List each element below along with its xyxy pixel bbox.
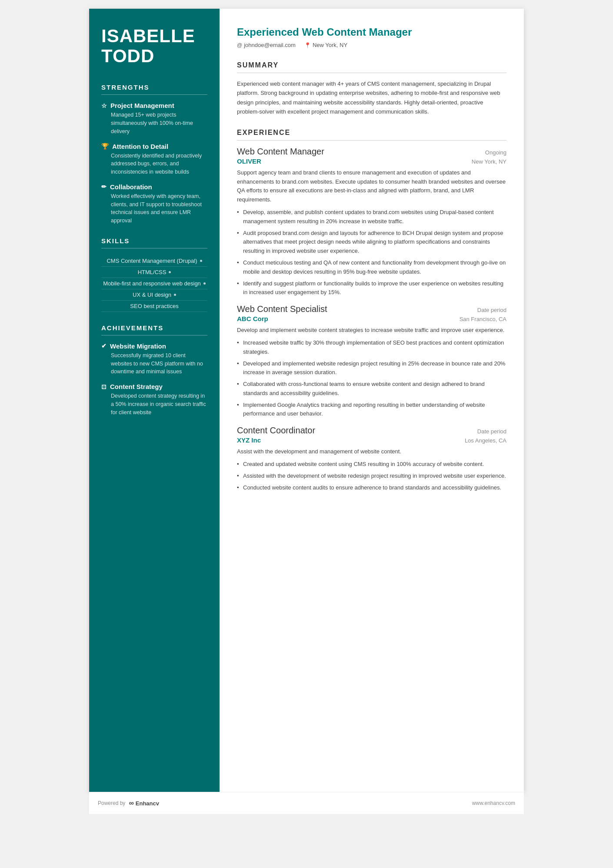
footer-url: www.enhancv.com [472,800,515,806]
job-description-1: Support agency team and brand clients to… [237,168,506,204]
powered-by-text: Powered by [98,800,125,806]
job-bullet: Conduct meticulous testing and QA of new… [237,258,506,277]
achievement-description: Successfully migrated 10 client websites… [101,352,207,376]
logo-icon: ∞ [129,799,133,807]
name-line1: ISABELLE [101,26,195,46]
skill-item: HTML/CSS [101,267,207,278]
job-header-2: Web Content Specialist Date period [237,304,506,314]
job-company-2: ABC Corp [237,315,268,322]
job-bullet: Implemented Google Analytics tracking an… [237,401,506,419]
job-header-1: Web Content Manager Ongoing [237,147,506,157]
skills-list: CMS Content Management (Drupal) HTML/CSS… [101,255,207,312]
achievement-item-migration: ✔ Website Migration Successfully migrate… [101,342,207,376]
job-header-3: Content Coordinator Date period [237,426,506,436]
job-company-1: OLIVER [237,158,261,165]
skill-label: UX & UI design [133,292,171,298]
skill-dot [203,282,206,285]
location-text: New York, NY [313,42,347,48]
achievement-description: Developed content strategy resulting in … [101,392,207,416]
skill-dot [169,271,171,273]
job-bullet: Created and updated website content usin… [237,460,506,469]
skill-label: Mobile-first and responsive web design [103,280,201,287]
job-subheader-3: XYZ Inc Los Angeles, CA [237,436,506,444]
logo-text: Enhancv [136,800,159,807]
checkmark-icon: ✔ [101,342,107,349]
strength-label: Collaboration [110,183,152,191]
job-description-3: Assist with the development and manageme… [237,447,506,456]
skills-divider [101,248,207,248]
strengths-divider [101,94,207,95]
main-content: Experienced Web Content Manager @ johndo… [220,9,524,792]
at-icon: @ [237,42,242,48]
job-company-3: XYZ Inc [237,436,261,444]
strength-label: Project Management [110,102,174,109]
job-bullet: Assisted with the development of website… [237,472,506,481]
name-line2: TODD [101,46,154,66]
job-subheader-1: OLIVER New York, NY [237,158,506,165]
experience-divider [237,140,506,141]
pencil-icon: ✏ [101,183,107,190]
resume-header: Experienced Web Content Manager @ johndo… [237,26,506,48]
skill-dot [200,260,202,262]
contact-location: 📍 New York, NY [304,42,347,48]
page-footer: Powered by ∞ Enhancv www.enhancv.com [89,792,524,814]
email-text: johndoe@email.com [244,42,296,48]
contact-email: @ johndoe@email.com [237,42,296,48]
job-period-1: Ongoing [485,149,506,156]
strength-item-collaboration: ✏ Collaboration Worked effectively with … [101,183,207,225]
job-description-2: Develop and implement website content st… [237,326,506,335]
sidebar: ISABELLE TODD STRENGTHS ☆ Project Manage… [89,9,220,792]
strength-title: ☆ Project Management [101,102,207,109]
strength-item-project-management: ☆ Project Management Managed 15+ web pro… [101,102,207,135]
skill-label: CMS Content Management (Drupal) [107,258,197,264]
job-bullet: Collaborated with cross-functional teams… [237,380,506,398]
contact-info: @ johndoe@email.com 📍 New York, NY [237,42,506,48]
skill-item: CMS Content Management (Drupal) [101,255,207,267]
strength-title: 🏆 Attention to Detail [101,143,207,150]
skill-label: SEO best practices [130,303,178,309]
achievement-title: ✔ Website Migration [101,342,207,350]
experience-section-title: EXPERIENCE [237,129,506,137]
content-strategy-icon: ⊡ [101,383,107,390]
strength-description: Managed 15+ web projects simultaneously … [101,111,207,135]
candidate-name: ISABELLE TODD [101,26,207,66]
job-bullet: Increased website traffic by 30% through… [237,338,506,357]
achievement-item-content-strategy: ⊡ Content Strategy Developed content str… [101,383,207,416]
trophy-icon: 🏆 [101,143,109,150]
job-period-3: Date period [477,428,506,435]
job-bullets-3: Created and updated website content usin… [237,460,506,492]
star-icon: ☆ [101,102,107,109]
strength-item-attention: 🏆 Attention to Detail Consistently ident… [101,143,207,176]
strength-title: ✏ Collaboration [101,183,207,191]
resume-title: Experienced Web Content Manager [237,26,506,38]
achievement-label: Content Strategy [110,383,163,390]
job-title-3: Content Coordinator [237,426,315,436]
job-title-1: Web Content Manager [237,147,324,157]
job-bullet: Develop, assemble, and publish content u… [237,208,506,226]
skill-item: UX & UI design [101,289,207,301]
job-bullets-1: Develop, assemble, and publish content u… [237,208,506,297]
strengths-section-title: STRENGTHS [101,84,207,91]
enhancv-logo: ∞ Enhancv [129,799,159,807]
skill-dot [174,294,176,296]
job-location-1: New York, NY [472,158,506,165]
achievements-section-title: ACHIEVEMENTS [101,324,207,332]
achievements-divider [101,335,207,335]
summary-section-title: SUMMARY [237,61,506,69]
location-icon: 📍 [304,42,311,48]
job-location-3: Los Angeles, CA [465,437,506,444]
strength-label: Attention to Detail [112,143,168,150]
skill-item: Mobile-first and responsive web design [101,278,207,289]
job-bullet: Developed and implemented website redesi… [237,359,506,378]
job-location-2: San Francisco, CA [460,316,506,322]
job-bullet: Audit proposed brand.com design and layo… [237,229,506,256]
skill-label: HTML/CSS [138,269,167,275]
job-period-2: Date period [477,307,506,313]
achievement-title: ⊡ Content Strategy [101,383,207,390]
achievement-label: Website Migration [110,342,166,350]
skill-item: SEO best practices [101,301,207,312]
footer-left: Powered by ∞ Enhancv [98,799,159,807]
summary-text: Experienced web content manager with 4+ … [237,79,506,117]
job-title-2: Web Content Specialist [237,304,327,314]
job-bullet: Conducted website content audits to ensu… [237,483,506,493]
